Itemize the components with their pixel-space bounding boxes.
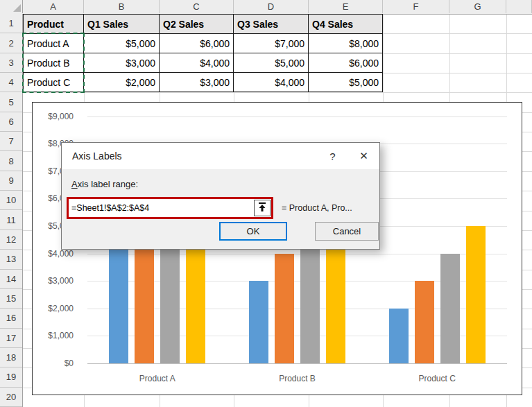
row-header-7[interactable]: 7	[0, 132, 22, 151]
table-cell[interactable]: $5,000	[309, 73, 383, 92]
row-header-11[interactable]: 11	[0, 211, 22, 230]
y-axis-tick-label: $2,000	[33, 303, 74, 314]
row-header-3[interactable]: 3	[0, 53, 22, 73]
table-cell[interactable]: $8,000	[309, 34, 383, 53]
chart-gridline	[87, 116, 507, 117]
table-cell[interactable]: $6,000	[309, 53, 383, 73]
column-header-B[interactable]: B	[84, 0, 160, 13]
chart-bar[interactable]	[275, 254, 294, 363]
row-header-20[interactable]: 20	[0, 388, 22, 407]
data-table: ProductQ1 SalesQ2 SalesQ3 SalesQ4 SalesP…	[23, 14, 383, 92]
table-cell[interactable]: Product B	[24, 53, 84, 73]
table-cell[interactable]: $7,000	[234, 34, 309, 53]
axis-labels-dialog: Axis Labels ? ✕ Axis label range: = Prod…	[61, 142, 380, 250]
row-header-17[interactable]: 17	[0, 329, 22, 348]
y-axis-tick-label: $0	[33, 358, 74, 369]
column-header-strip: ABCDEFG	[0, 0, 532, 15]
table-row: Product A$5,000$6,000$7,000$8,000	[24, 34, 383, 53]
chart-bar[interactable]	[249, 281, 268, 363]
column-header-F[interactable]: F	[383, 0, 449, 13]
column-header-partial[interactable]	[506, 0, 532, 13]
help-button[interactable]: ?	[317, 143, 348, 169]
chart-bar[interactable]	[415, 281, 434, 363]
table-cell[interactable]: $3,000	[84, 53, 160, 73]
row-header-19[interactable]: 19	[0, 367, 22, 387]
row-header-strip: 1234567891011121314151617181920	[0, 14, 23, 407]
table-header-cell[interactable]: Q4 Sales	[309, 15, 383, 34]
table-cell[interactable]: $6,000	[160, 34, 234, 53]
row-header-13[interactable]: 13	[0, 250, 22, 269]
row-header-16[interactable]: 16	[0, 309, 22, 328]
table-cell[interactable]: Product C	[24, 73, 84, 92]
y-axis-tick-label: $3,000	[33, 275, 74, 286]
row-header-5[interactable]: 5	[0, 92, 22, 112]
table-cell[interactable]: $5,000	[234, 53, 309, 73]
chart-bar[interactable]	[440, 254, 460, 363]
table-row: Product C$2,000$3,000$4,000$5,000	[24, 73, 383, 92]
table-cell[interactable]: $4,000	[160, 53, 234, 73]
chart-bar[interactable]	[466, 226, 486, 363]
cancel-button[interactable]: Cancel	[315, 222, 379, 241]
table-row: Product B$3,000$4,000$5,000$6,000	[24, 53, 383, 73]
gridline	[23, 92, 532, 93]
y-axis-tick-label: $9,000	[33, 111, 74, 122]
table-header-cell[interactable]: Product	[24, 15, 84, 34]
table-cell[interactable]: $3,000	[160, 73, 234, 92]
select-all-triangle-icon	[13, 4, 21, 12]
row-header-6[interactable]: 6	[0, 112, 22, 132]
row-header-12[interactable]: 12	[0, 230, 22, 250]
collapse-dialog-button[interactable]	[254, 200, 271, 216]
select-all-button[interactable]	[0, 0, 23, 13]
table-header-cell[interactable]: Q2 Sales	[160, 15, 234, 34]
x-axis-line	[87, 363, 507, 364]
dialog-title: Axis Labels	[62, 150, 317, 162]
range-input-highlight	[67, 197, 273, 219]
close-icon[interactable]: ✕	[348, 143, 379, 169]
axis-label-range-label: Axis label range:	[71, 179, 138, 189]
table-cell[interactable]: $4,000	[234, 73, 309, 92]
collapse-range-icon	[258, 202, 266, 214]
column-header-D[interactable]: D	[234, 0, 309, 13]
row-header-4[interactable]: 4	[0, 73, 22, 92]
row-header-1[interactable]: 1	[0, 14, 22, 33]
row-header-10[interactable]: 10	[0, 191, 22, 210]
row-header-15[interactable]: 15	[0, 289, 22, 309]
x-axis-category-label: Product C	[392, 374, 482, 383]
column-header-G[interactable]: G	[449, 0, 506, 13]
range-preview-text: = Product A, Pro...	[282, 201, 352, 215]
column-header-E[interactable]: E	[309, 0, 383, 13]
table-cell[interactable]: $5,000	[84, 34, 160, 53]
chart-bar[interactable]	[389, 309, 409, 363]
table-cell[interactable]: $2,000	[84, 73, 160, 92]
table-header-cell[interactable]: Q1 Sales	[84, 15, 160, 34]
y-axis-tick-label: $1,000	[33, 330, 74, 341]
ok-button[interactable]: OK	[219, 222, 287, 241]
axis-label-range-input[interactable]	[69, 199, 253, 217]
x-axis-category-label: Product B	[252, 374, 343, 383]
dialog-title-bar[interactable]: Axis Labels ? ✕	[62, 143, 379, 169]
row-header-14[interactable]: 14	[0, 270, 22, 289]
row-header-9[interactable]: 9	[0, 171, 22, 191]
table-header-cell[interactable]: Q3 Sales	[234, 15, 309, 34]
row-header-18[interactable]: 18	[0, 348, 22, 367]
row-header-8[interactable]: 8	[0, 151, 22, 171]
column-header-A[interactable]: A	[23, 0, 84, 13]
x-axis-category-label: Product A	[112, 374, 203, 383]
column-header-C[interactable]: C	[160, 0, 234, 13]
table-cell[interactable]: Product A	[24, 34, 84, 53]
row-header-2[interactable]: 2	[0, 33, 22, 53]
